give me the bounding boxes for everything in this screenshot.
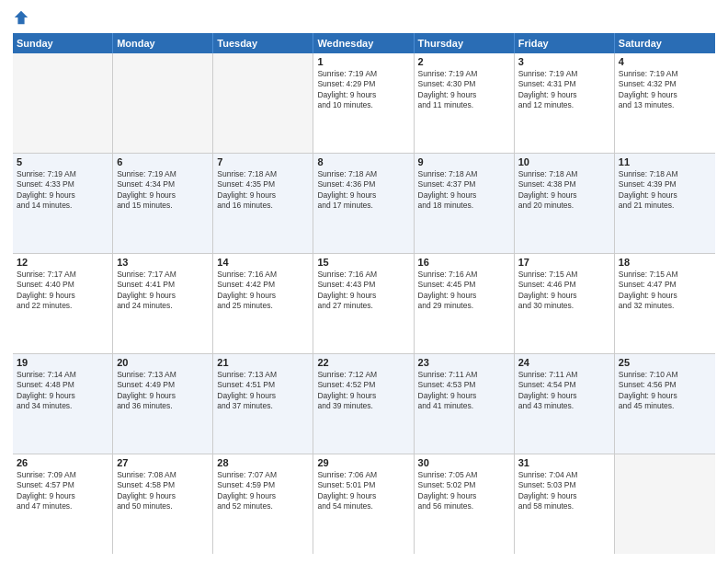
page-container: SundayMondayTuesdayWednesdayThursdayFrid… [0, 0, 728, 563]
calendar-cell: 16Sunrise: 7:16 AM Sunset: 4:45 PM Dayli… [415, 254, 515, 353]
calendar-header-cell: Friday [515, 33, 615, 53]
calendar-cell: 28Sunrise: 7:07 AM Sunset: 4:59 PM Dayli… [213, 454, 313, 554]
logo [13, 9, 31, 26]
day-number: 6 [117, 156, 209, 167]
day-number: 24 [518, 357, 610, 368]
calendar-header-cell: Sunday [13, 33, 113, 53]
day-number: 19 [17, 357, 108, 368]
day-number: 29 [317, 457, 409, 468]
cell-text: Sunrise: 7:18 AM Sunset: 4:38 PM Dayligh… [518, 169, 610, 212]
day-number: 9 [418, 156, 510, 167]
calendar-cell: 18Sunrise: 7:15 AM Sunset: 4:47 PM Dayli… [615, 254, 715, 353]
calendar-header-cell: Monday [113, 33, 213, 53]
day-number: 18 [619, 257, 711, 268]
calendar-body: 1Sunrise: 7:19 AM Sunset: 4:29 PM Daylig… [13, 53, 715, 554]
cell-text: Sunrise: 7:19 AM Sunset: 4:29 PM Dayligh… [317, 69, 409, 111]
calendar: SundayMondayTuesdayWednesdayThursdayFrid… [13, 33, 715, 554]
calendar-week-row: 26Sunrise: 7:09 AM Sunset: 4:57 PM Dayli… [13, 454, 715, 554]
calendar-cell: 22Sunrise: 7:12 AM Sunset: 4:52 PM Dayli… [313, 354, 414, 454]
day-number: 15 [317, 257, 409, 268]
day-number: 14 [217, 257, 309, 268]
calendar-cell: 26Sunrise: 7:09 AM Sunset: 4:57 PM Dayli… [13, 454, 113, 554]
calendar-cell: 7Sunrise: 7:18 AM Sunset: 4:35 PM Daylig… [213, 154, 313, 253]
calendar-header-cell: Saturday [615, 33, 715, 53]
cell-text: Sunrise: 7:18 AM Sunset: 4:35 PM Dayligh… [217, 169, 309, 212]
cell-text: Sunrise: 7:15 AM Sunset: 4:47 PM Dayligh… [619, 270, 711, 312]
day-number: 22 [317, 357, 409, 368]
cell-text: Sunrise: 7:19 AM Sunset: 4:31 PM Dayligh… [518, 69, 610, 111]
day-number: 31 [518, 457, 610, 468]
day-number: 27 [117, 457, 209, 468]
day-number: 12 [17, 257, 108, 268]
day-number: 28 [217, 457, 309, 468]
day-number: 11 [619, 156, 711, 167]
cell-text: Sunrise: 7:14 AM Sunset: 4:48 PM Dayligh… [17, 370, 108, 412]
cell-text: Sunrise: 7:12 AM Sunset: 4:52 PM Dayligh… [317, 370, 409, 412]
calendar-cell: 30Sunrise: 7:05 AM Sunset: 5:02 PM Dayli… [415, 454, 515, 554]
cell-text: Sunrise: 7:08 AM Sunset: 4:58 PM Dayligh… [117, 470, 209, 512]
calendar-header-cell: Wednesday [313, 33, 414, 53]
page-header [13, 9, 715, 26]
calendar-week-row: 12Sunrise: 7:17 AM Sunset: 4:40 PM Dayli… [13, 254, 715, 354]
day-number: 5 [17, 156, 108, 167]
calendar-week-row: 5Sunrise: 7:19 AM Sunset: 4:33 PM Daylig… [13, 154, 715, 254]
cell-text: Sunrise: 7:13 AM Sunset: 4:49 PM Dayligh… [117, 370, 209, 412]
cell-text: Sunrise: 7:07 AM Sunset: 4:59 PM Dayligh… [217, 470, 309, 512]
calendar-cell: 1Sunrise: 7:19 AM Sunset: 4:29 PM Daylig… [313, 53, 414, 153]
cell-text: Sunrise: 7:16 AM Sunset: 4:43 PM Dayligh… [317, 270, 409, 312]
day-number: 2 [418, 56, 510, 67]
cell-text: Sunrise: 7:18 AM Sunset: 4:36 PM Dayligh… [317, 169, 409, 212]
calendar-cell: 8Sunrise: 7:18 AM Sunset: 4:36 PM Daylig… [313, 154, 414, 253]
calendar-header-cell: Tuesday [213, 33, 313, 53]
cell-text: Sunrise: 7:13 AM Sunset: 4:51 PM Dayligh… [217, 370, 309, 412]
calendar-cell: 13Sunrise: 7:17 AM Sunset: 4:41 PM Dayli… [113, 254, 213, 353]
cell-text: Sunrise: 7:04 AM Sunset: 5:03 PM Dayligh… [518, 470, 610, 512]
calendar-cell: 2Sunrise: 7:19 AM Sunset: 4:30 PM Daylig… [415, 53, 515, 153]
calendar-cell: 10Sunrise: 7:18 AM Sunset: 4:38 PM Dayli… [515, 154, 615, 253]
calendar-cell: 5Sunrise: 7:19 AM Sunset: 4:33 PM Daylig… [13, 154, 113, 253]
calendar-cell: 17Sunrise: 7:15 AM Sunset: 4:46 PM Dayli… [515, 254, 615, 353]
cell-text: Sunrise: 7:17 AM Sunset: 4:41 PM Dayligh… [117, 270, 209, 312]
day-number: 26 [17, 457, 108, 468]
day-number: 25 [619, 357, 711, 368]
logo-icon [13, 9, 29, 26]
calendar-cell: 27Sunrise: 7:08 AM Sunset: 4:58 PM Dayli… [113, 454, 213, 554]
day-number: 8 [317, 156, 409, 167]
calendar-cell: 12Sunrise: 7:17 AM Sunset: 4:40 PM Dayli… [13, 254, 113, 353]
day-number: 30 [418, 457, 510, 468]
day-number: 7 [217, 156, 309, 167]
calendar-cell: 31Sunrise: 7:04 AM Sunset: 5:03 PM Dayli… [515, 454, 615, 554]
calendar-week-row: 19Sunrise: 7:14 AM Sunset: 4:48 PM Dayli… [13, 354, 715, 454]
day-number: 17 [518, 257, 610, 268]
cell-text: Sunrise: 7:16 AM Sunset: 4:42 PM Dayligh… [217, 270, 309, 312]
calendar-cell: 3Sunrise: 7:19 AM Sunset: 4:31 PM Daylig… [515, 53, 615, 153]
calendar-cell: 24Sunrise: 7:11 AM Sunset: 4:54 PM Dayli… [515, 354, 615, 454]
cell-text: Sunrise: 7:10 AM Sunset: 4:56 PM Dayligh… [619, 370, 711, 412]
calendar-cell: 9Sunrise: 7:18 AM Sunset: 4:37 PM Daylig… [415, 154, 515, 253]
calendar-cell: 21Sunrise: 7:13 AM Sunset: 4:51 PM Dayli… [213, 354, 313, 454]
calendar-header: SundayMondayTuesdayWednesdayThursdayFrid… [13, 33, 715, 53]
calendar-cell: 29Sunrise: 7:06 AM Sunset: 5:01 PM Dayli… [313, 454, 414, 554]
cell-text: Sunrise: 7:06 AM Sunset: 5:01 PM Dayligh… [317, 470, 409, 512]
day-number: 3 [518, 56, 610, 67]
calendar-cell: 14Sunrise: 7:16 AM Sunset: 4:42 PM Dayli… [213, 254, 313, 353]
calendar-cell: 4Sunrise: 7:19 AM Sunset: 4:32 PM Daylig… [615, 53, 715, 153]
svg-marker-0 [15, 11, 28, 24]
calendar-cell: 23Sunrise: 7:11 AM Sunset: 4:53 PM Dayli… [415, 354, 515, 454]
cell-text: Sunrise: 7:09 AM Sunset: 4:57 PM Dayligh… [17, 470, 108, 512]
cell-text: Sunrise: 7:19 AM Sunset: 4:33 PM Dayligh… [17, 169, 108, 212]
calendar-cell [113, 53, 213, 153]
day-number: 16 [418, 257, 510, 268]
cell-text: Sunrise: 7:18 AM Sunset: 4:37 PM Dayligh… [418, 169, 510, 212]
cell-text: Sunrise: 7:11 AM Sunset: 4:53 PM Dayligh… [418, 370, 510, 412]
calendar-cell [213, 53, 313, 153]
day-number: 20 [117, 357, 209, 368]
cell-text: Sunrise: 7:05 AM Sunset: 5:02 PM Dayligh… [418, 470, 510, 512]
day-number: 21 [217, 357, 309, 368]
calendar-cell: 15Sunrise: 7:16 AM Sunset: 4:43 PM Dayli… [313, 254, 414, 353]
calendar-cell: 20Sunrise: 7:13 AM Sunset: 4:49 PM Dayli… [113, 354, 213, 454]
calendar-cell: 11Sunrise: 7:18 AM Sunset: 4:39 PM Dayli… [615, 154, 715, 253]
cell-text: Sunrise: 7:11 AM Sunset: 4:54 PM Dayligh… [518, 370, 610, 412]
day-number: 1 [317, 56, 409, 67]
calendar-cell [13, 53, 113, 153]
